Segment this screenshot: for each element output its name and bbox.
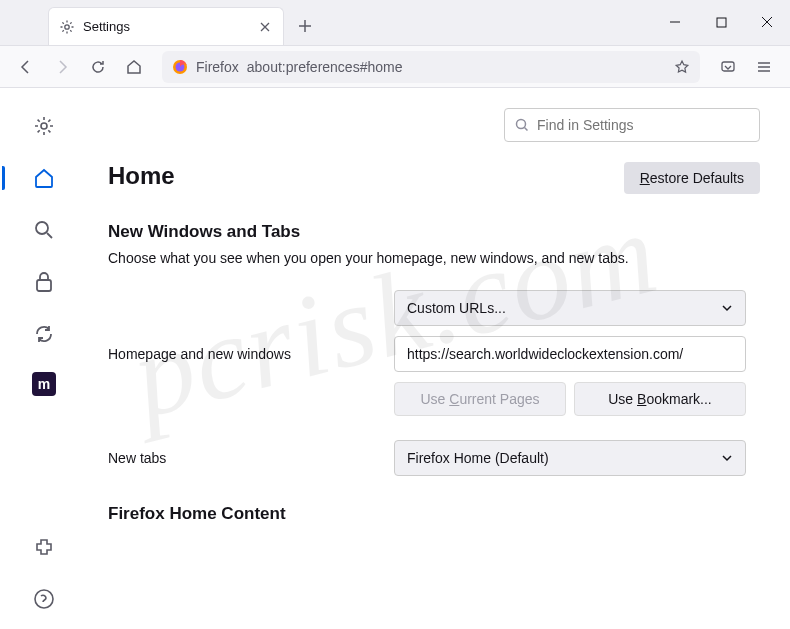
- home-button[interactable]: [118, 51, 150, 83]
- tab-strip: Settings: [0, 7, 320, 45]
- chevron-down-icon: [721, 302, 733, 314]
- back-button[interactable]: [10, 51, 42, 83]
- use-current-pages-button[interactable]: Use Current Pages: [394, 382, 566, 416]
- bookmark-star-icon[interactable]: [674, 59, 690, 75]
- svg-point-6: [36, 222, 48, 234]
- section-firefox-home-title: Firefox Home Content: [108, 504, 760, 524]
- sidebar-item-extensions[interactable]: [30, 533, 58, 561]
- urlbar-url: about:preferences#home: [247, 59, 666, 75]
- sidebar-item-general[interactable]: [30, 112, 58, 140]
- page-title: Home: [108, 162, 175, 190]
- sidebar-item-privacy[interactable]: [30, 268, 58, 296]
- main-panel: Home Restore Defaults New Windows and Ta…: [88, 88, 790, 629]
- newtabs-label: New tabs: [108, 450, 394, 466]
- svg-point-0: [65, 24, 69, 28]
- svg-point-5: [41, 123, 47, 129]
- svg-point-9: [517, 120, 526, 129]
- restore-defaults-button[interactable]: Restore Defaults: [624, 162, 760, 194]
- homepage-url-input[interactable]: [394, 336, 746, 372]
- window-controls: [652, 0, 790, 45]
- use-bookmark-button[interactable]: Use Bookmark...: [574, 382, 746, 416]
- urlbar-identity: Firefox: [196, 59, 239, 75]
- homepage-label: Homepage and new windows: [108, 346, 394, 362]
- settings-search-input[interactable]: [537, 117, 749, 133]
- content-area: m Home Restore Defaults New Windows and …: [0, 88, 790, 629]
- homepage-select-value: Custom URLs...: [407, 300, 506, 316]
- svg-rect-1: [717, 18, 726, 27]
- new-tab-button[interactable]: [290, 11, 320, 41]
- pocket-button[interactable]: [712, 51, 744, 83]
- titlebar: Settings: [0, 0, 790, 46]
- sidebar-item-help[interactable]: [30, 585, 58, 613]
- forward-button[interactable]: [46, 51, 78, 83]
- tab-settings[interactable]: Settings: [48, 7, 284, 45]
- svg-rect-7: [37, 280, 51, 291]
- minimize-button[interactable]: [652, 0, 698, 45]
- gear-icon: [59, 19, 75, 35]
- chevron-down-icon: [721, 452, 733, 464]
- newtabs-select[interactable]: Firefox Home (Default): [394, 440, 746, 476]
- close-window-button[interactable]: [744, 0, 790, 45]
- tab-title: Settings: [83, 19, 249, 34]
- sidebar-item-home[interactable]: [30, 164, 58, 192]
- settings-search[interactable]: [504, 108, 760, 142]
- sidebar-item-sync[interactable]: [30, 320, 58, 348]
- sidebar-item-mozilla[interactable]: m: [32, 372, 56, 396]
- reload-button[interactable]: [82, 51, 114, 83]
- section-new-windows-title: New Windows and Tabs: [108, 222, 760, 242]
- homepage-select[interactable]: Custom URLs...: [394, 290, 746, 326]
- section-new-windows-desc: Choose what you see when you open your h…: [108, 250, 760, 266]
- sidebar: m: [0, 88, 88, 629]
- maximize-button[interactable]: [698, 0, 744, 45]
- newtabs-select-value: Firefox Home (Default): [407, 450, 549, 466]
- search-icon: [515, 118, 529, 132]
- toolbar: Firefox about:preferences#home: [0, 46, 790, 88]
- firefox-icon: [172, 59, 188, 75]
- menu-button[interactable]: [748, 51, 780, 83]
- close-icon[interactable]: [257, 19, 273, 35]
- url-bar[interactable]: Firefox about:preferences#home: [162, 51, 700, 83]
- sidebar-item-search[interactable]: [30, 216, 58, 244]
